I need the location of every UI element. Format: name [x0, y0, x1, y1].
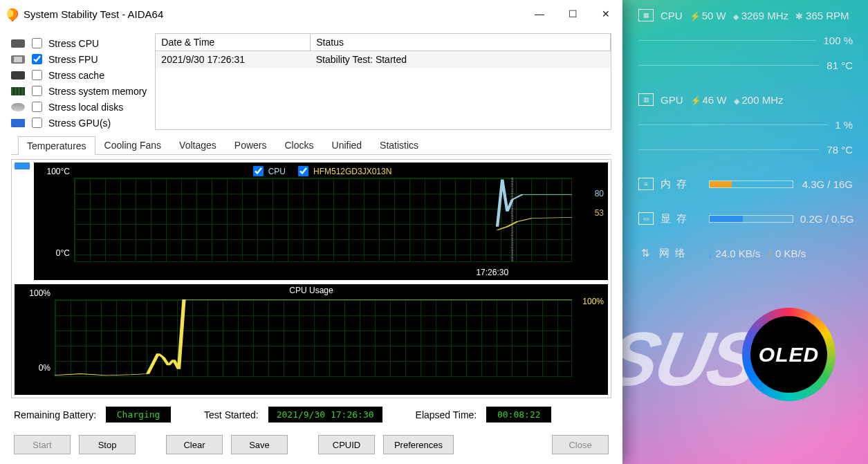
elapsed-label: Elapsed Time:: [416, 409, 477, 420]
log-cell-status: Stability Test: Started: [311, 51, 611, 68]
stop-button[interactable]: Stop: [79, 435, 136, 454]
maximize-button[interactable]: ☐: [556, 0, 589, 28]
gpu-icon: ▥: [638, 93, 654, 106]
temp-axis-top: 100°C: [47, 167, 71, 176]
started-value: 2021/9/30 17:26:30: [268, 407, 382, 423]
cpu-icon: ▦: [638, 9, 654, 21]
hud-cpu-label: CPU: [661, 10, 683, 21]
tab-voltages[interactable]: Voltages: [170, 136, 225, 154]
legend-ssd[interactable]: HFM512GD3JX013N: [295, 164, 391, 178]
battery-label: Remaining Battery:: [14, 409, 96, 420]
cache-chip-icon: [11, 71, 25, 80]
gpu-chip-icon: [11, 119, 25, 127]
tab-clocks[interactable]: Clocks: [276, 136, 323, 154]
start-button[interactable]: Start: [14, 435, 71, 454]
hud-gpu-clock: 200 MHz: [734, 94, 784, 106]
temp-value-cpu: 80: [595, 189, 604, 198]
hud-net-down: 24.0 KB/s: [708, 248, 761, 259]
log-header-status[interactable]: Status: [311, 34, 611, 51]
minimize-button[interactable]: —: [523, 0, 556, 28]
elapsed-value: 00:08:22: [486, 407, 551, 423]
tab-unified[interactable]: Unified: [323, 136, 371, 154]
temp-x-label: 17:26:30: [476, 268, 508, 277]
window-title: System Stability Test - AIDA64: [24, 8, 163, 20]
check-stress-fpu[interactable]: Stress FPU: [11, 52, 147, 66]
hud-vram-bar: [709, 215, 793, 223]
tab-temperatures[interactable]: Temperatures: [18, 136, 95, 155]
hud-vram-value: 0.2G / 0.5G: [800, 213, 854, 225]
temp-axis-bot: 0°C: [56, 248, 70, 258]
asus-logo: SUS: [600, 315, 766, 402]
status-bar: Remaining Battery: Charging Test Started…: [11, 402, 611, 427]
hud-gpu-usage: 1 %: [835, 119, 853, 131]
usage-title: CPU Usage: [289, 286, 333, 295]
log-header-datetime[interactable]: Date & Time: [156, 34, 310, 51]
app-icon: [5, 6, 21, 22]
temp-value-ssd: 53: [595, 208, 604, 218]
check-stress-memory[interactable]: Stress system memory: [11, 84, 147, 98]
preferences-button[interactable]: Preferences: [383, 435, 454, 454]
vram-icon: ▭: [638, 212, 654, 225]
legend-cpu[interactable]: CPU: [250, 164, 286, 178]
hud-mem-label: 内 存: [661, 178, 702, 191]
hud-vram-label: 显 存: [661, 212, 702, 225]
cpu-chip-icon: [11, 39, 25, 48]
desktop-hud: ▦ CPU 50 W 3269 MHz 365 RPM 100 % 81 °C …: [633, 0, 868, 268]
fpu-chip-icon: [11, 55, 25, 64]
oled-badge: OLED: [742, 308, 835, 401]
hud-mem-bar: [709, 180, 793, 188]
save-button[interactable]: Save: [231, 435, 288, 454]
log-cell-datetime: 2021/9/30 17:26:31: [156, 51, 310, 68]
close-button[interactable]: ✕: [589, 0, 622, 28]
tab-powers[interactable]: Powers: [225, 136, 276, 154]
tab-statistics[interactable]: Statistics: [371, 136, 427, 154]
usage-axis-top: 100%: [29, 288, 50, 298]
check-stress-disks[interactable]: Stress local disks: [11, 100, 147, 114]
hud-gpu-temp: 78 °C: [827, 144, 853, 156]
disk-icon: [11, 103, 25, 111]
started-label: Test Started:: [204, 409, 259, 420]
hud-gpu-power: 46 W: [690, 94, 727, 106]
hud-net-label: 网 络: [659, 247, 701, 260]
tab-bar: Temperatures Cooling Fans Voltages Power…: [11, 136, 611, 155]
usage-axis-bot: 0%: [39, 363, 50, 373]
tab-cooling-fans[interactable]: Cooling Fans: [95, 136, 171, 154]
button-bar: Start Stop Clear Save CPUID Preferences …: [11, 431, 611, 461]
temperature-graph: CPU HFM512GD3JX013N 100°C 0°C: [34, 163, 608, 280]
cpuid-button[interactable]: CPUID: [318, 435, 375, 454]
aida64-window: System Stability Test - AIDA64 — ☐ ✕ Str…: [0, 0, 622, 464]
battery-value: Charging: [106, 407, 171, 423]
network-icon: ⇅: [638, 247, 652, 259]
memory-chip-icon: [11, 87, 25, 95]
colorbar: [15, 163, 30, 280]
hud-cpu-power: 50 W: [690, 10, 726, 21]
hud-cpu-temp: 81 °C: [827, 59, 853, 71]
hud-cpu-fan: 365 RPM: [795, 10, 849, 21]
check-stress-gpu[interactable]: Stress GPU(s): [11, 115, 147, 130]
memory-icon: ≡: [638, 178, 654, 190]
hud-gpu-label: GPU: [661, 94, 683, 106]
log-row[interactable]: 2021/9/30 17:26:31 Stability Test: Start…: [156, 51, 610, 68]
hud-mem-value: 4.3G / 16G: [802, 178, 853, 190]
close-dialog-button[interactable]: Close: [552, 435, 609, 454]
check-stress-cache[interactable]: Stress cache: [11, 68, 147, 82]
stress-checklist: Stress CPU Stress FPU Stress cache Stres…: [11, 33, 147, 130]
cpu-usage-graph: CPU Usage 100% 0% 100%: [15, 284, 608, 395]
clear-button[interactable]: Clear: [166, 435, 223, 454]
check-stress-cpu[interactable]: Stress CPU: [11, 36, 147, 50]
hud-cpu-usage: 100 %: [823, 35, 853, 46]
log-panel: Date & Time Status 2021/9/30 17:26:31 St…: [155, 33, 611, 130]
hud-net-up: 0 KB/s: [768, 248, 806, 259]
hud-cpu-clock: 3269 MHz: [733, 10, 788, 21]
usage-value: 100%: [582, 297, 604, 306]
titlebar: System Stability Test - AIDA64 — ☐ ✕: [0, 0, 622, 28]
